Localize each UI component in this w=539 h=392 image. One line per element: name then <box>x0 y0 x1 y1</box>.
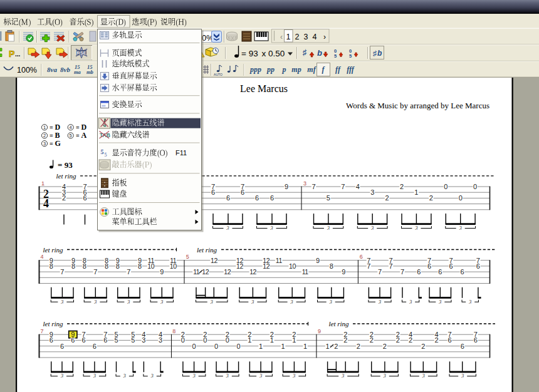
svg-text:6: 6 <box>461 343 464 350</box>
svg-text:2: 2 <box>343 331 347 338</box>
svg-text:=: = <box>76 132 80 139</box>
svg-text:2: 2 <box>421 343 425 350</box>
svg-text:6: 6 <box>83 194 86 202</box>
svg-text:10: 10 <box>147 262 154 270</box>
svg-text:7: 7 <box>311 183 315 190</box>
svg-text:9: 9 <box>160 268 164 276</box>
svg-text:1: 1 <box>326 343 330 350</box>
svg-text:9: 9 <box>71 257 75 264</box>
svg-text:6: 6 <box>417 268 421 276</box>
svg-text:11: 11 <box>302 268 309 276</box>
svg-text:7: 7 <box>389 262 393 270</box>
svg-text:11: 11 <box>193 268 200 276</box>
svg-text:3: 3 <box>383 373 386 379</box>
svg-text:3: 3 <box>159 336 162 344</box>
svg-text:6: 6 <box>460 268 464 276</box>
svg-text:12: 12 <box>211 257 217 264</box>
svg-text:7: 7 <box>449 257 453 264</box>
svg-text:2: 2 <box>203 331 207 338</box>
svg-text:8: 8 <box>330 262 333 270</box>
svg-text:3: 3 <box>459 225 462 231</box>
svg-text:6: 6 <box>476 262 480 270</box>
svg-text:8: 8 <box>138 262 142 270</box>
svg-text:3: 3 <box>93 373 96 379</box>
svg-text:5: 5 <box>114 331 118 338</box>
svg-text:12: 12 <box>236 257 243 264</box>
svg-text:6: 6 <box>211 188 215 196</box>
svg-text:7: 7 <box>60 268 64 276</box>
svg-text:6: 6 <box>427 262 431 270</box>
svg-text:3: 3 <box>210 299 213 305</box>
svg-text:3: 3 <box>226 373 229 379</box>
svg-text:5: 5 <box>70 133 72 138</box>
svg-text:6: 6 <box>82 336 86 344</box>
svg-text:=: = <box>76 124 80 131</box>
svg-text:3: 3 <box>226 225 229 231</box>
svg-text:6: 6 <box>226 194 230 202</box>
svg-text:3: 3 <box>341 373 344 379</box>
svg-text:5: 5 <box>114 336 118 344</box>
svg-text:6: 6 <box>50 336 53 344</box>
svg-text:2: 2 <box>435 336 439 344</box>
svg-text:3: 3 <box>160 299 163 305</box>
svg-text:5: 5 <box>131 336 135 344</box>
svg-text:7: 7 <box>93 268 97 276</box>
svg-text:2: 2 <box>370 336 374 344</box>
svg-text:3: 3 <box>62 188 66 196</box>
svg-text:3: 3 <box>329 299 332 305</box>
svg-text:1: 1 <box>259 343 263 350</box>
svg-text:6: 6 <box>60 343 64 350</box>
svg-text:7: 7 <box>447 331 451 338</box>
svg-text:9: 9 <box>342 268 345 276</box>
svg-text:let ring: let ring <box>197 246 217 254</box>
svg-text:6: 6 <box>93 343 97 350</box>
svg-text:2: 2 <box>409 336 412 344</box>
svg-text:6: 6 <box>83 188 86 196</box>
svg-text:=: = <box>50 140 53 147</box>
svg-text:1: 1 <box>281 343 285 350</box>
svg-text:3: 3 <box>290 299 293 305</box>
svg-text:7: 7 <box>83 183 86 190</box>
svg-text:6: 6 <box>255 194 259 202</box>
svg-text:11: 11 <box>170 257 177 264</box>
svg-text:1: 1 <box>248 336 251 344</box>
svg-text:3: 3 <box>468 299 471 305</box>
svg-text:Lee Marcus: Lee Marcus <box>240 83 288 94</box>
svg-text:9: 9 <box>318 328 321 334</box>
svg-text:2: 2 <box>62 194 66 202</box>
svg-text:3: 3 <box>270 225 273 231</box>
svg-text:3: 3 <box>127 299 130 305</box>
svg-text:4: 4 <box>41 254 44 260</box>
svg-text:9: 9 <box>316 257 320 264</box>
svg-text:4: 4 <box>142 331 145 338</box>
svg-text:6: 6 <box>103 336 107 344</box>
svg-text:2: 2 <box>248 331 251 338</box>
svg-text:3: 3 <box>60 299 63 305</box>
svg-text:5: 5 <box>131 331 135 338</box>
svg-text:2: 2 <box>396 336 400 344</box>
svg-text:9: 9 <box>285 183 288 190</box>
svg-text:3: 3 <box>370 188 374 196</box>
svg-text:3: 3 <box>292 373 295 379</box>
svg-text:let ring: let ring <box>43 320 64 328</box>
svg-text:12: 12 <box>249 268 256 276</box>
svg-text:D: D <box>81 123 87 132</box>
svg-text:12: 12 <box>236 262 243 270</box>
svg-text:3: 3 <box>422 373 425 379</box>
svg-text:1: 1 <box>292 336 296 344</box>
svg-text:3: 3 <box>142 336 145 344</box>
svg-text:8: 8 <box>105 257 108 264</box>
svg-text:5: 5 <box>186 254 189 260</box>
svg-text:let ring: let ring <box>329 320 350 328</box>
svg-text:= 93: = 93 <box>58 160 73 170</box>
svg-text:2: 2 <box>181 331 185 338</box>
svg-text:0: 0 <box>192 343 196 350</box>
svg-text:Words & Music by arranged by L: Words & Music by arranged by Lee Marcus <box>346 101 489 110</box>
svg-text:1: 1 <box>303 343 307 350</box>
svg-text:2: 2 <box>357 343 360 350</box>
svg-text:6: 6 <box>241 188 244 196</box>
svg-text:7: 7 <box>427 257 431 264</box>
svg-text:9: 9 <box>116 257 120 264</box>
svg-text:7: 7 <box>241 183 244 190</box>
svg-text:8: 8 <box>105 262 108 270</box>
